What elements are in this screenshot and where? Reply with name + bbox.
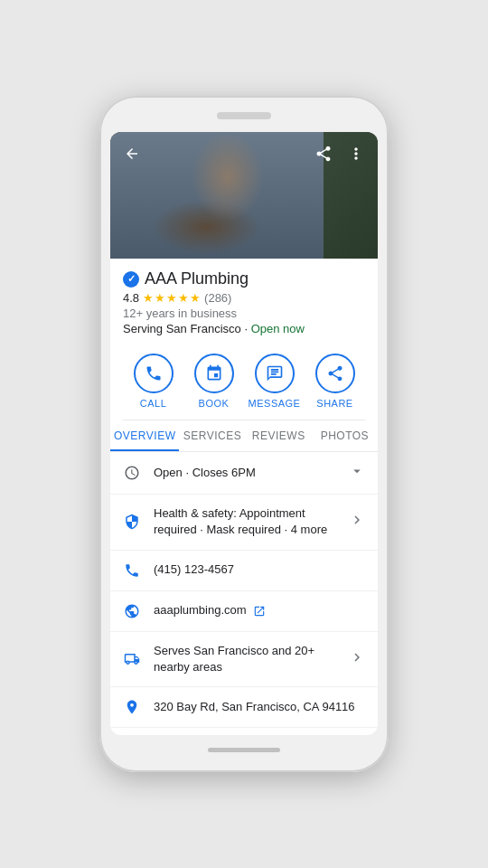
globe-icon — [123, 602, 141, 620]
back-button[interactable] — [119, 141, 145, 166]
tab-services[interactable]: SERVICES — [179, 420, 245, 451]
open-status: Open now — [251, 322, 305, 335]
address-row[interactable]: 320 Bay Rd, San Francisco, CA 94116 — [110, 687, 378, 728]
rating-row: 4.8 ★ ★ ★ ★ ★ (286) — [123, 291, 365, 305]
more-icon — [347, 145, 365, 163]
service-area-row[interactable]: Serves San Francisco and 20+ nearby area… — [110, 632, 378, 687]
book-label: BOOK — [199, 398, 230, 409]
phone-shell: AAA Plumbing 4.8 ★ ★ ★ ★ ★ (286) 12+ yea… — [99, 96, 389, 772]
phone-row[interactable]: (415) 123-4567 — [110, 551, 378, 591]
calendar-icon — [205, 364, 223, 382]
message-button[interactable]: MESSAGE — [248, 354, 302, 409]
call-label: CALL — [140, 398, 167, 409]
health-row[interactable]: Health & safety: Appointment required · … — [110, 495, 378, 550]
tab-overview[interactable]: OVERVIEW — [110, 420, 179, 451]
phone-row-icon — [123, 561, 141, 580]
share-button[interactable]: SHARE — [308, 354, 362, 409]
review-count: (286) — [204, 291, 231, 305]
share-button-circle — [315, 354, 355, 393]
action-buttons-row: CALL BOOK MESSAG — [123, 346, 365, 420]
more-options-button[interactable] — [343, 141, 369, 166]
call-button-circle — [134, 354, 174, 393]
status-row: Serving San Francisco · Open now — [123, 322, 365, 335]
truck-icon — [123, 650, 141, 668]
clock-icon — [123, 464, 141, 482]
star-5: ★ — [190, 291, 201, 305]
info-list: Open · Closes 6PM Health & safety: Appoi… — [110, 452, 378, 735]
business-title-row: AAA Plumbing — [123, 269, 365, 288]
star-1: ★ — [143, 291, 154, 305]
share-label: SHARE — [316, 398, 352, 409]
phone-text: (415) 123-4567 — [154, 561, 365, 578]
tab-photos[interactable]: PHOTOS — [312, 420, 378, 451]
rating-number: 4.8 — [123, 291, 139, 305]
health-text: Health & safety: Appointment required · … — [154, 505, 336, 538]
book-button[interactable]: BOOK — [187, 354, 241, 409]
external-link-icon — [253, 605, 266, 618]
verified-icon — [123, 271, 139, 288]
service-area-text: Serves San Francisco and 20+ nearby area… — [154, 643, 336, 675]
back-icon — [124, 146, 140, 162]
business-content: AAA Plumbing 4.8 ★ ★ ★ ★ ★ (286) 12+ yea… — [110, 259, 378, 420]
star-4: ★ — [178, 291, 189, 305]
hero-actions — [311, 141, 369, 166]
hours-row[interactable]: Open · Closes 6PM — [110, 452, 378, 495]
website-text: aaaplumbing.com — [154, 602, 365, 618]
website-row[interactable]: aaaplumbing.com — [110, 591, 378, 632]
star-2: ★ — [155, 291, 165, 305]
share-icon-hero — [314, 145, 333, 163]
business-name: AAA Plumbing — [145, 269, 249, 288]
hours-text: Open · Closes 6PM — [154, 465, 336, 481]
tabs-row: OVERVIEW SERVICES REVIEWS PHOTOS — [110, 420, 378, 452]
share-icon — [326, 364, 344, 382]
hours-chevron-down — [349, 463, 365, 483]
book-button-circle — [194, 354, 234, 393]
separator: · — [244, 322, 250, 335]
location-text: Serving San Francisco — [123, 322, 241, 335]
message-label: MESSAGE — [249, 398, 301, 409]
home-bar — [208, 748, 280, 752]
stars: ★ ★ ★ ★ ★ — [143, 291, 201, 305]
share-button-hero[interactable] — [311, 141, 336, 166]
years-in-business: 12+ years in business — [123, 307, 365, 320]
health-chevron — [349, 512, 365, 532]
star-3: ★ — [166, 291, 177, 305]
service-area-chevron — [349, 649, 365, 669]
hero-image — [110, 132, 378, 259]
pin-icon — [123, 698, 141, 716]
call-button[interactable]: CALL — [127, 354, 181, 409]
phone-speaker — [217, 112, 271, 119]
address-text: 320 Bay Rd, San Francisco, CA 94116 — [154, 699, 365, 715]
phone-icon — [145, 364, 163, 382]
tab-reviews[interactable]: REVIEWS — [246, 420, 312, 451]
message-icon — [266, 364, 284, 382]
message-button-circle — [255, 354, 295, 393]
shield-icon — [123, 513, 141, 531]
phone-screen: AAA Plumbing 4.8 ★ ★ ★ ★ ★ (286) 12+ yea… — [110, 132, 378, 735]
